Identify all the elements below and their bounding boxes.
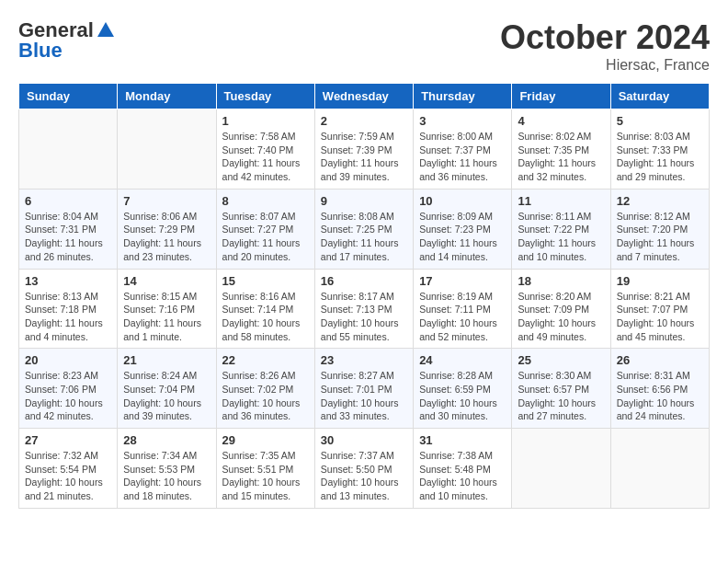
calendar-cell: 21Sunrise: 8:24 AMSunset: 7:04 PMDayligh…	[118, 349, 216, 429]
calendar-week-row: 27Sunrise: 7:32 AMSunset: 5:54 PMDayligh…	[19, 429, 710, 509]
logo-blue: Blue	[18, 39, 63, 63]
calendar-cell: 9Sunrise: 8:08 AMSunset: 7:25 PMDaylight…	[314, 189, 413, 269]
day-number: 6	[25, 194, 111, 208]
day-number: 31	[419, 433, 506, 447]
day-number: 13	[25, 274, 111, 288]
calendar-cell	[118, 109, 216, 190]
weekday-header: Friday	[512, 84, 610, 109]
day-info: Sunrise: 8:20 AMSunset: 7:09 PMDaylight:…	[518, 290, 604, 344]
calendar-cell: 7Sunrise: 8:06 AMSunset: 7:29 PMDaylight…	[118, 189, 216, 269]
day-info: Sunrise: 7:37 AMSunset: 5:50 PMDaylight:…	[321, 449, 407, 503]
day-info: Sunrise: 8:08 AMSunset: 7:25 PMDaylight:…	[321, 210, 407, 264]
day-info: Sunrise: 8:04 AMSunset: 7:31 PMDaylight:…	[25, 210, 111, 264]
day-info: Sunrise: 8:17 AMSunset: 7:13 PMDaylight:…	[321, 290, 407, 344]
day-info: Sunrise: 8:19 AMSunset: 7:11 PMDaylight:…	[419, 290, 506, 344]
day-info: Sunrise: 8:13 AMSunset: 7:18 PMDaylight:…	[25, 290, 111, 344]
day-number: 7	[123, 194, 210, 208]
calendar-cell	[512, 429, 610, 509]
svg-marker-0	[97, 22, 114, 37]
day-number: 17	[419, 274, 506, 288]
day-info: Sunrise: 8:27 AMSunset: 7:01 PMDaylight:…	[321, 369, 407, 423]
calendar-week-row: 1Sunrise: 7:58 AMSunset: 7:40 PMDaylight…	[19, 109, 710, 190]
day-info: Sunrise: 8:11 AMSunset: 7:22 PMDaylight:…	[518, 210, 604, 264]
day-number: 5	[617, 114, 703, 128]
day-number: 28	[123, 433, 210, 447]
location: Hiersac, France	[500, 57, 710, 74]
day-info: Sunrise: 8:12 AMSunset: 7:20 PMDaylight:…	[617, 210, 703, 264]
day-info: Sunrise: 8:30 AMSunset: 6:57 PMDaylight:…	[518, 369, 604, 423]
calendar-cell: 17Sunrise: 8:19 AMSunset: 7:11 PMDayligh…	[414, 269, 512, 349]
calendar-cell: 5Sunrise: 8:03 AMSunset: 7:33 PMDaylight…	[610, 109, 709, 190]
day-number: 27	[25, 433, 111, 447]
calendar-cell: 27Sunrise: 7:32 AMSunset: 5:54 PMDayligh…	[19, 429, 118, 509]
day-number: 16	[321, 274, 407, 288]
day-number: 19	[617, 274, 703, 288]
weekday-header: Wednesday	[314, 84, 413, 109]
day-info: Sunrise: 8:31 AMSunset: 6:56 PMDaylight:…	[617, 369, 703, 423]
day-info: Sunrise: 7:35 AMSunset: 5:51 PMDaylight:…	[222, 449, 309, 503]
day-number: 22	[222, 353, 309, 367]
day-number: 3	[419, 114, 506, 128]
calendar-table: SundayMondayTuesdayWednesdayThursdayFrid…	[18, 83, 710, 509]
calendar-cell: 19Sunrise: 8:21 AMSunset: 7:07 PMDayligh…	[610, 269, 709, 349]
day-info: Sunrise: 8:03 AMSunset: 7:33 PMDaylight:…	[617, 130, 703, 184]
day-number: 15	[222, 274, 309, 288]
day-number: 11	[518, 194, 604, 208]
day-number: 4	[518, 114, 604, 128]
title-block: October 2024 Hiersac, France	[500, 18, 710, 74]
day-number: 24	[419, 353, 506, 367]
day-info: Sunrise: 8:23 AMSunset: 7:06 PMDaylight:…	[25, 369, 111, 423]
weekday-header: Thursday	[414, 84, 512, 109]
calendar-week-row: 6Sunrise: 8:04 AMSunset: 7:31 PMDaylight…	[19, 189, 710, 269]
day-info: Sunrise: 7:34 AMSunset: 5:53 PMDaylight:…	[123, 449, 210, 503]
day-number: 12	[617, 194, 703, 208]
calendar-week-row: 13Sunrise: 8:13 AMSunset: 7:18 PMDayligh…	[19, 269, 710, 349]
day-info: Sunrise: 8:00 AMSunset: 7:37 PMDaylight:…	[419, 130, 506, 184]
calendar-cell: 16Sunrise: 8:17 AMSunset: 7:13 PMDayligh…	[314, 269, 413, 349]
day-number: 25	[518, 353, 604, 367]
calendar-cell: 22Sunrise: 8:26 AMSunset: 7:02 PMDayligh…	[216, 349, 314, 429]
day-info: Sunrise: 8:06 AMSunset: 7:29 PMDaylight:…	[123, 210, 210, 264]
day-info: Sunrise: 8:28 AMSunset: 6:59 PMDaylight:…	[419, 369, 506, 423]
calendar-cell	[610, 429, 709, 509]
calendar-cell: 8Sunrise: 8:07 AMSunset: 7:27 PMDaylight…	[216, 189, 314, 269]
weekday-header: Saturday	[610, 84, 709, 109]
calendar-cell: 24Sunrise: 8:28 AMSunset: 6:59 PMDayligh…	[414, 349, 512, 429]
calendar-cell: 31Sunrise: 7:38 AMSunset: 5:48 PMDayligh…	[414, 429, 512, 509]
day-number: 14	[123, 274, 210, 288]
day-number: 23	[321, 353, 407, 367]
calendar-cell: 26Sunrise: 8:31 AMSunset: 6:56 PMDayligh…	[610, 349, 709, 429]
weekday-header: Sunday	[19, 84, 118, 109]
calendar-cell: 11Sunrise: 8:11 AMSunset: 7:22 PMDayligh…	[512, 189, 610, 269]
calendar-cell: 18Sunrise: 8:20 AMSunset: 7:09 PMDayligh…	[512, 269, 610, 349]
day-number: 21	[123, 353, 210, 367]
calendar-cell	[19, 109, 118, 190]
day-info: Sunrise: 7:32 AMSunset: 5:54 PMDaylight:…	[25, 449, 111, 503]
calendar-cell: 12Sunrise: 8:12 AMSunset: 7:20 PMDayligh…	[610, 189, 709, 269]
calendar-cell: 15Sunrise: 8:16 AMSunset: 7:14 PMDayligh…	[216, 269, 314, 349]
calendar-cell: 10Sunrise: 8:09 AMSunset: 7:23 PMDayligh…	[414, 189, 512, 269]
calendar-header-row: SundayMondayTuesdayWednesdayThursdayFrid…	[19, 84, 710, 109]
logo: General Blue	[18, 18, 118, 63]
day-number: 29	[222, 433, 309, 447]
day-info: Sunrise: 8:24 AMSunset: 7:04 PMDaylight:…	[123, 369, 210, 423]
calendar-cell: 1Sunrise: 7:58 AMSunset: 7:40 PMDaylight…	[216, 109, 314, 190]
calendar-cell: 25Sunrise: 8:30 AMSunset: 6:57 PMDayligh…	[512, 349, 610, 429]
day-number: 9	[321, 194, 407, 208]
day-number: 30	[321, 433, 407, 447]
day-number: 26	[617, 353, 703, 367]
day-info: Sunrise: 7:38 AMSunset: 5:48 PMDaylight:…	[419, 449, 506, 503]
calendar-cell: 6Sunrise: 8:04 AMSunset: 7:31 PMDaylight…	[19, 189, 118, 269]
page-header: General Blue October 2024 Hiersac, Franc…	[18, 18, 710, 74]
calendar-cell: 2Sunrise: 7:59 AMSunset: 7:39 PMDaylight…	[314, 109, 413, 190]
weekday-header: Monday	[118, 84, 216, 109]
calendar-cell: 13Sunrise: 8:13 AMSunset: 7:18 PMDayligh…	[19, 269, 118, 349]
day-info: Sunrise: 7:58 AMSunset: 7:40 PMDaylight:…	[222, 130, 309, 184]
calendar-cell: 30Sunrise: 7:37 AMSunset: 5:50 PMDayligh…	[314, 429, 413, 509]
day-info: Sunrise: 8:09 AMSunset: 7:23 PMDaylight:…	[419, 210, 506, 264]
day-number: 1	[222, 114, 309, 128]
calendar-cell: 3Sunrise: 8:00 AMSunset: 7:37 PMDaylight…	[414, 109, 512, 190]
day-info: Sunrise: 8:02 AMSunset: 7:35 PMDaylight:…	[518, 130, 604, 184]
calendar-cell: 20Sunrise: 8:23 AMSunset: 7:06 PMDayligh…	[19, 349, 118, 429]
calendar-cell: 29Sunrise: 7:35 AMSunset: 5:51 PMDayligh…	[216, 429, 314, 509]
